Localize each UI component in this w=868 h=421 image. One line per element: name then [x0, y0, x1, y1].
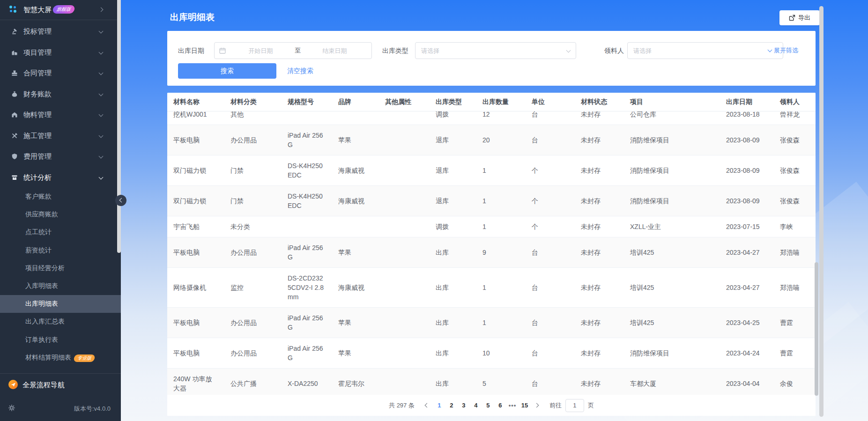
table-row: 宇宙飞船未分类调拨1个未封存XZLL-业主2023-07-15李峡	[167, 216, 816, 237]
sidebar-item-3[interactable]: 合同管理	[0, 63, 121, 83]
table-cell: 5	[476, 373, 526, 394]
pagination-page-5[interactable]: 5	[482, 399, 494, 412]
sidebar-item-label: 费用管理	[23, 152, 52, 161]
table-cell: 出库	[430, 277, 476, 298]
sidebar-subitem-4[interactable]: 薪资统计	[0, 242, 121, 259]
outbound-type-select[interactable]: 请选择	[415, 42, 576, 59]
sidebar-item-label: 财务账款	[23, 90, 52, 99]
page-scrollbar-thumb[interactable]	[819, 6, 823, 417]
table-cell: 12	[476, 111, 526, 125]
sidebar-subitem-1[interactable]: 客户账款	[0, 188, 121, 206]
table-cell: 张俊森	[774, 191, 816, 211]
sidebar-subitem-5[interactable]: 项目经营分析	[0, 259, 121, 277]
clear-search-link[interactable]: 清空搜索	[287, 63, 313, 79]
pagination-goto-input[interactable]	[565, 399, 584, 412]
table-cell	[282, 111, 332, 120]
sidebar-item-8[interactable]: 统计分析	[0, 167, 121, 188]
chevron-down-icon	[768, 48, 772, 52]
chevron-down-icon	[99, 91, 104, 96]
version-label: 版本号:v4.0.0	[56, 405, 111, 413]
table-cell: 海康威视	[332, 277, 379, 298]
sidebar-collapse-handle[interactable]	[115, 195, 126, 206]
table-cell	[379, 165, 430, 176]
table-cell: iPad Air 256G	[282, 125, 332, 155]
pagination-page-6[interactable]: 6	[494, 399, 506, 412]
table-cell: 台	[526, 130, 575, 150]
sidebar-scrollbar-thumb[interactable]	[117, 0, 121, 253]
table-cell: 退库	[430, 191, 476, 211]
table-cell: 调拨	[430, 216, 476, 237]
sidebar-item-label: 施工管理	[23, 132, 52, 140]
date-end-input[interactable]	[303, 47, 367, 54]
sidebar-item-4[interactable]: 财务账款	[0, 84, 121, 104]
column-header: 出库数量	[476, 98, 526, 106]
table-cell: 苹果	[332, 130, 379, 150]
table-row: 平板电脑办公用品iPad Air 256G苹果出库10台未封存消防维保项目202…	[167, 338, 816, 369]
table-body-scroll-area[interactable]: 挖机WJ001其他调拨12台未封存公司仓库2023-08-18曾祥龙平板电脑办公…	[167, 111, 816, 395]
archive-icon	[11, 174, 18, 181]
table-cell: 个	[526, 216, 575, 237]
table-cell: 10	[476, 343, 526, 363]
pagination-page-3[interactable]: 3	[458, 399, 470, 412]
table-cell: 2023-04-24	[720, 343, 774, 363]
sidebar-item-7[interactable]: 费用管理	[0, 146, 121, 167]
gear-icon[interactable]	[8, 405, 15, 411]
table-cell: iPad Air 256G	[282, 308, 332, 338]
column-header: 材料状态	[575, 98, 624, 106]
moneybag-icon	[11, 91, 18, 97]
pagination-total: 共 297 条	[389, 401, 415, 410]
table-cell: 未封存	[575, 312, 624, 333]
table-cell: DS-K4H250EDC	[282, 186, 332, 216]
page-title: 出库明细表	[170, 11, 215, 23]
sidebar-subitem-10[interactable]: 材料结算明细表专业版	[0, 349, 121, 367]
sidebar-subitem-label: 材料结算明细表专业版	[25, 354, 95, 362]
date-start-input[interactable]	[229, 47, 293, 54]
search-button[interactable]: 搜索	[178, 63, 276, 79]
table-cell: 公共广播	[224, 373, 282, 394]
sidebar-item-6[interactable]: 施工管理	[0, 126, 121, 146]
sidebar-subitem-8[interactable]: 出入库汇总表	[0, 313, 121, 331]
sidebar-subitem-3[interactable]: 点工统计	[0, 223, 121, 241]
sidebar-item-process-navigation[interactable]: 全景流程导航	[22, 381, 65, 390]
sidebar-item-5[interactable]: 物料管理	[0, 104, 121, 125]
chevron-down-icon	[99, 133, 104, 138]
pagination-prev-button[interactable]	[421, 399, 433, 412]
filter-panel: 出库日期 至 出库类型 请选择 领料人 请选择 展开筛选 搜索 清空搜索	[167, 31, 816, 86]
outbound-table-card: 材料名称材料分类规格型号品牌其他属性出库类型出库数量单位材料状态项目出库日期领料…	[167, 93, 816, 416]
table-cell: 1	[476, 312, 526, 333]
table-scrollbar-thumb[interactable]	[815, 262, 818, 396]
table-cell: 台	[526, 312, 575, 333]
sidebar-subitem-2[interactable]: 供应商账款	[0, 206, 121, 223]
table-cell	[379, 347, 430, 359]
table-cell: 办公用品	[224, 242, 282, 263]
pagination-page-1[interactable]: 1	[433, 399, 445, 412]
sidebar-subitem-7[interactable]: 出库明细表	[0, 295, 121, 313]
table-cell: 挖机WJ001	[167, 111, 224, 125]
table-cell: 2023-08-09	[720, 191, 774, 211]
chevron-left-icon	[119, 198, 124, 203]
pagination-page-15[interactable]: 15	[519, 399, 531, 412]
table-cell: 郑浩喃	[774, 277, 816, 298]
chevron-right-icon	[534, 403, 539, 408]
sidebar-subitem-6[interactable]: 入库明细表	[0, 277, 121, 295]
sidebar-item-1[interactable]: 投标管理	[0, 21, 121, 42]
sidebar-subitem-label: 点工统计	[25, 228, 52, 236]
pagination-page-4[interactable]: 4	[470, 399, 482, 412]
date-range-picker[interactable]: 至	[214, 42, 372, 59]
table-row: 240W 功率放大器公共广播X-DA2250霍尼韦尔出库5台未封存车都大厦202…	[167, 369, 816, 395]
table-cell: 未封存	[575, 343, 624, 363]
table-cell: 2023-04-25	[720, 312, 774, 333]
table-cell: 曹霆	[774, 343, 816, 363]
export-button[interactable]: 导出	[779, 10, 820, 25]
sidebar-subitem-9[interactable]: 订单执行表	[0, 331, 121, 349]
sidebar-item-label: 统计分析	[23, 173, 52, 182]
pagination-next-button[interactable]	[531, 399, 543, 412]
table-cell: 1	[476, 191, 526, 211]
table-cell: 出库	[430, 242, 476, 263]
table-cell: 苹果	[332, 343, 379, 363]
pagination-page-2[interactable]: 2	[445, 399, 458, 412]
sidebar-item-dashboard[interactable]: 智慧大屏 旗舰版	[0, 0, 121, 20]
material-picker-select[interactable]: 请选择	[627, 42, 783, 59]
sidebar-item-2[interactable]: 项目管理	[0, 42, 121, 63]
expand-filters-link[interactable]: 展开筛选	[768, 42, 798, 59]
